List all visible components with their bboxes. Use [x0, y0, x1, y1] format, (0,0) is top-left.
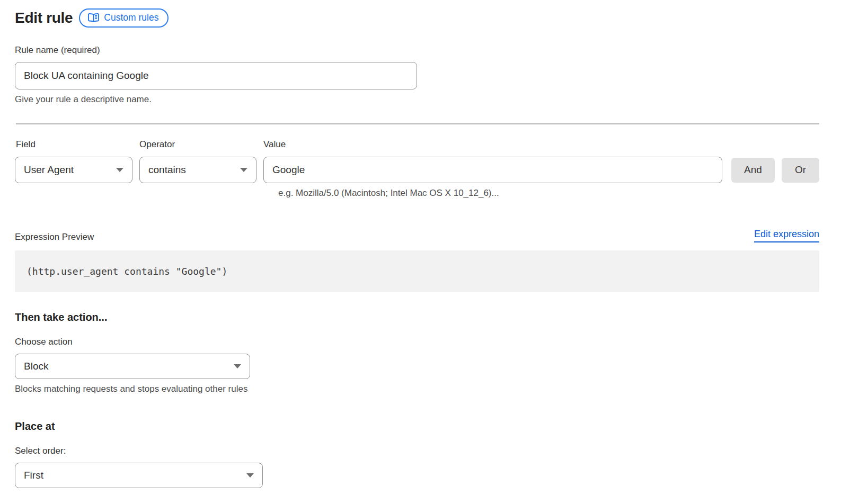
chevron-down-icon [240, 168, 247, 172]
action-section: Then take action... Choose action Block … [15, 311, 819, 394]
action-help: Blocks matching requests and stops evalu… [15, 384, 819, 394]
rule-name-section: Rule name (required) Give your rule a de… [15, 45, 819, 105]
field-select[interactable]: User Agent [15, 157, 132, 183]
rule-name-input[interactable] [15, 62, 417, 89]
page-title: Edit rule [15, 10, 73, 26]
order-select[interactable]: First [15, 463, 263, 488]
value-help: e.g. Mozilla/5.0 (Macintosh; Intel Mac O… [278, 188, 819, 199]
edit-rule-page: Edit rule Custom rules Rule name (requir… [15, 0, 819, 488]
place-at-heading: Place at [15, 420, 819, 433]
action-heading: Then take action... [15, 311, 819, 323]
operator-select[interactable]: contains [139, 157, 256, 183]
field-select-value: User Agent [24, 164, 74, 176]
value-label: Value [263, 139, 286, 150]
action-select[interactable]: Block [15, 354, 250, 379]
chevron-down-icon [234, 364, 241, 368]
select-order-label: Select order: [15, 446, 819, 456]
chevron-down-icon [246, 473, 254, 478]
open-book-icon [88, 13, 99, 22]
builder-labels-row: Field Operator Value [15, 139, 819, 150]
section-divider [16, 123, 819, 124]
rule-name-help: Give your rule a descriptive name. [15, 94, 819, 105]
placement-section: Place at Select order: First [15, 420, 819, 488]
custom-rules-button[interactable]: Custom rules [79, 8, 169, 28]
custom-rules-button-label: Custom rules [104, 12, 158, 23]
expression-preview-header: Expression Preview Edit expression [15, 229, 819, 242]
and-button[interactable]: And [731, 158, 775, 183]
order-select-value: First [24, 470, 43, 481]
or-button[interactable]: Or [782, 158, 819, 183]
operator-label: Operator [139, 139, 263, 150]
page-header: Edit rule Custom rules [15, 8, 819, 28]
field-label: Field [15, 139, 139, 150]
action-select-value: Block [24, 361, 48, 372]
operator-select-value: contains [148, 164, 186, 176]
builder-row: User Agent contains And Or [15, 157, 819, 183]
edit-expression-link[interactable]: Edit expression [754, 229, 819, 242]
chevron-down-icon [116, 168, 123, 172]
choose-action-label: Choose action [15, 337, 819, 347]
expression-preview-code: (http.user_agent contains "Google") [15, 250, 819, 292]
value-input[interactable] [263, 157, 722, 183]
expression-preview-label: Expression Preview [15, 232, 94, 242]
rule-name-label: Rule name (required) [15, 45, 819, 56]
